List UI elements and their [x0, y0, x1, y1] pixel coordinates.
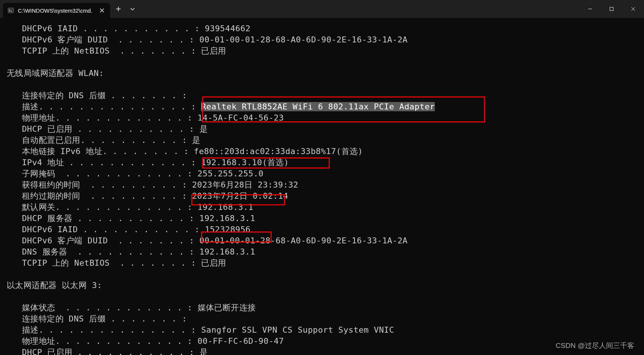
section-header: 以太网适配器 以太网 3:: [7, 280, 637, 291]
line-value: Realtek RTL8852AE WiFi 6 802.11ax PCIe A…: [201, 102, 435, 111]
terminal-line: DHCP 服务器 . . . . . . . . . . . : 192.168…: [7, 213, 637, 224]
line-label: 物理地址. . . . . . . . . . . . . :: [7, 336, 198, 346]
terminal-line: DHCP 已启用 . . . . . . . . . . . : 是: [7, 347, 637, 355]
line-value: Sangfor SSL VPN CS Support System VNIC: [201, 325, 394, 335]
line-label: 连接特定的 DNS 后缀 . . . . . . . :: [7, 91, 192, 100]
line-label: TCPIP 上的 NetBIOS . . . . . . . :: [7, 258, 201, 268]
line-value: 192.168.3.10(首选): [201, 158, 289, 167]
line-value: fe80::203d:ac02:33da:33b8%17(首选): [194, 147, 363, 156]
window-controls: [579, 0, 644, 18]
maximize-button[interactable]: [601, 0, 622, 18]
terminal-line: 物理地址. . . . . . . . . . . . . : 14-5A-FC…: [7, 112, 637, 124]
line-label: DNS 服务器 . . . . . . . . . . . :: [7, 247, 200, 256]
terminal-line: DHCPv6 客户端 DUID . . . . . . . : 00-01-00…: [7, 34, 637, 45]
terminal-line: DHCPv6 IAID . . . . . . . . . . . : 1523…: [7, 224, 637, 235]
line-value: 已启用: [201, 46, 226, 55]
line-label: DHCPv6 客户端 DUID . . . . . . . :: [7, 236, 200, 245]
line-label: IPv4 地址 . . . . . . . . . . . . :: [7, 158, 201, 167]
blank-line: [7, 291, 637, 302]
line-label: 自动配置已启用. . . . . . . . . . :: [7, 135, 192, 145]
line-value: 是: [200, 124, 208, 134]
line-label: DHCPv6 IAID . . . . . . . . . . . :: [7, 225, 205, 234]
tab-dropdown-button[interactable]: [126, 2, 139, 16]
line-value: 是: [200, 348, 208, 355]
line-label: TCPIP 上的 NetBIOS . . . . . . . :: [7, 46, 201, 55]
line-value: 00-01-00-01-28-68-A0-6D-90-2E-16-33-1A-2…: [200, 236, 408, 245]
terminal-line: TCPIP 上的 NetBIOS . . . . . . . : 已启用: [7, 45, 637, 57]
blank-line: [7, 57, 637, 68]
line-value: 255.255.255.0: [198, 169, 264, 178]
terminal-line: 获得租约的时间 . . . . . . . . . : 2023年6月28日 2…: [7, 179, 637, 191]
line-value: 00-01-00-01-28-68-A0-6D-90-2E-16-33-1A-2…: [200, 35, 408, 44]
line-value: 是: [192, 135, 200, 145]
line-value: 192.168.3.1: [198, 202, 254, 212]
tab-close-button[interactable]: [98, 6, 106, 15]
terminal-line: TCPIP 上的 NetBIOS . . . . . . . : 已启用: [7, 258, 637, 269]
minimize-button[interactable]: [579, 0, 601, 18]
line-label: DHCPv6 客户端 DUID . . . . . . . :: [7, 35, 200, 44]
line-label: 连接特定的 DNS 后缀 . . . . . . . :: [7, 314, 192, 323]
line-value: 00-FF-FC-6D-90-47: [198, 336, 284, 346]
svg-rect-0: [8, 8, 14, 13]
terminal-line: DHCPv6 客户端 DUID . . . . . . . : 00-01-00…: [7, 235, 637, 246]
terminal-line: DHCP 已启用 . . . . . . . . . . . : 是: [7, 124, 637, 135]
terminal-line: 子网掩码 . . . . . . . . . . . . : 255.255.2…: [7, 168, 637, 179]
terminal-line: DHCPv6 IAID . . . . . . . . . . . : 9395…: [7, 23, 637, 34]
close-button[interactable]: [622, 0, 644, 18]
terminal-line: 连接特定的 DNS 后缀 . . . . . . . :: [7, 313, 637, 324]
line-label: DHCP 已启用 . . . . . . . . . . . :: [7, 348, 200, 355]
terminal-line: 描述. . . . . . . . . . . . . . . : Realte…: [7, 101, 637, 112]
blank-line: [7, 79, 637, 90]
terminal-line: IPv4 地址 . . . . . . . . . . . . : 192.16…: [7, 157, 637, 168]
line-label: 描述. . . . . . . . . . . . . . . :: [7, 102, 201, 111]
line-value: 媒体已断开连接: [198, 303, 256, 312]
line-label: 媒体状态 . . . . . . . . . . . . :: [7, 303, 198, 312]
terminal-line: 媒体状态 . . . . . . . . . . . . : 媒体已断开连接: [7, 302, 637, 313]
line-label: 子网掩码 . . . . . . . . . . . . :: [7, 169, 198, 178]
line-label: 物理地址. . . . . . . . . . . . . :: [7, 113, 198, 122]
terminal-line: 租约过期的时间 . . . . . . . . . : 2023年7月2日 0:…: [7, 191, 637, 202]
titlebar: C:\WINDOWS\system32\cmd.: [0, 0, 644, 18]
line-value: 152328956: [205, 225, 251, 234]
terminal-output[interactable]: DHCPv6 IAID . . . . . . . . . . . : 9395…: [0, 18, 644, 355]
watermark: CSDN @过尽人间三千客: [554, 340, 637, 351]
line-label: DHCPv6 IAID . . . . . . . . . . . :: [7, 24, 205, 33]
svg-rect-7: [610, 7, 613, 11]
line-value: 192.168.3.1: [200, 214, 255, 223]
terminal-line: DNS 服务器 . . . . . . . . . . . : 192.168.…: [7, 246, 637, 258]
line-label: 本地链接 IPv6 地址. . . . . . . . :: [7, 147, 194, 156]
line-label: DHCP 已启用 . . . . . . . . . . . :: [7, 124, 200, 134]
line-label: 描述. . . . . . . . . . . . . . . :: [7, 325, 201, 335]
active-tab[interactable]: C:\WINDOWS\system32\cmd.: [3, 3, 110, 18]
line-value: 已启用: [201, 258, 226, 268]
tab-title: C:\WINDOWS\system32\cmd.: [18, 7, 92, 14]
line-label: 获得租约的时间 . . . . . . . . . :: [7, 180, 192, 189]
blank-line: [7, 269, 637, 280]
line-value: 192.168.3.1: [200, 247, 255, 256]
terminal-line: 物理地址. . . . . . . . . . . . . : 00-FF-FC…: [7, 336, 637, 347]
line-value: 14-5A-FC-04-56-23: [198, 113, 284, 122]
line-value: 2023年7月2日 0:02:14: [192, 191, 288, 201]
terminal-line: 本地链接 IPv6 地址. . . . . . . . : fe80::203d…: [7, 146, 637, 157]
terminal-line: 默认网关. . . . . . . . . . . . . : 192.168.…: [7, 202, 637, 213]
terminal-line: 连接特定的 DNS 后缀 . . . . . . . :: [7, 90, 637, 101]
line-value: 939544662: [205, 24, 251, 33]
line-label: 默认网关. . . . . . . . . . . . . :: [7, 202, 198, 212]
cmd-icon: [7, 7, 14, 14]
terminal-line: 描述. . . . . . . . . . . . . . . : Sangfo…: [7, 324, 637, 336]
line-label: DHCP 服务器 . . . . . . . . . . . :: [7, 214, 200, 223]
terminal-line: 自动配置已启用. . . . . . . . . . : 是: [7, 135, 637, 146]
new-tab-button[interactable]: [112, 2, 125, 16]
line-label: 租约过期的时间 . . . . . . . . . :: [7, 191, 192, 201]
line-value: 2023年6月28日 23:39:32: [192, 180, 299, 189]
section-header: 无线局域网适配器 WLAN:: [7, 68, 637, 79]
